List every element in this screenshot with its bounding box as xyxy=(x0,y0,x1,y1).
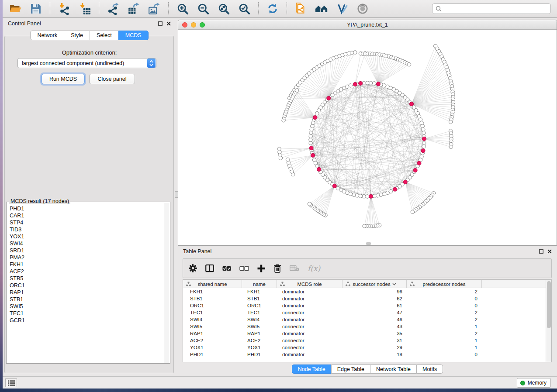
mcds-node[interactable] xyxy=(311,153,315,157)
split-panel-columns-icon[interactable] xyxy=(205,264,214,272)
tab-edge-table[interactable]: Edge Table xyxy=(331,364,370,374)
mcds-node[interactable] xyxy=(317,167,321,171)
network-leaf-node[interactable] xyxy=(449,145,453,149)
column-header-name[interactable]: name xyxy=(242,280,277,288)
network-node[interactable] xyxy=(309,131,313,134)
mcds-node[interactable] xyxy=(327,96,331,100)
network-node[interactable] xyxy=(376,194,379,197)
close-panel-button[interactable]: Close panel xyxy=(89,74,135,84)
mcds-result-item[interactable]: GCR1 xyxy=(10,317,164,324)
table-row[interactable]: ORC1ORC1dominator610 xyxy=(183,302,551,309)
table-row[interactable]: TEC1TEC1connector472 xyxy=(183,309,551,316)
network-leaf-node[interactable] xyxy=(286,158,289,161)
network-node[interactable] xyxy=(422,127,425,131)
table-row[interactable]: SWI4SWI4dominator462 xyxy=(183,316,551,323)
table-settings-icon[interactable] xyxy=(189,264,197,272)
network-node[interactable] xyxy=(312,158,316,162)
tab-network-table[interactable]: Network Table xyxy=(370,364,417,374)
mcds-result-item[interactable]: STB5 xyxy=(10,275,164,282)
mcds-node[interactable] xyxy=(332,184,336,188)
mcds-node[interactable] xyxy=(422,137,426,141)
table-row[interactable]: FKH1FKH1dominator962 xyxy=(183,288,551,295)
mcds-result-item[interactable]: CAR1 xyxy=(10,212,164,219)
import-network-icon[interactable] xyxy=(58,2,71,15)
mcds-result-item[interactable]: SWI4 xyxy=(10,240,164,247)
network-node[interactable] xyxy=(379,193,383,196)
tab-node-table[interactable]: Node Table xyxy=(292,364,332,374)
network-leaf-node[interactable] xyxy=(363,224,366,228)
deselect-all-icon[interactable] xyxy=(239,266,249,271)
window-minimize-button[interactable] xyxy=(191,22,196,28)
mcds-result-item[interactable]: SRD1 xyxy=(10,247,164,254)
annotation-mode-icon[interactable] xyxy=(336,2,349,15)
network-node[interactable] xyxy=(366,81,369,85)
network-node[interactable] xyxy=(309,134,312,138)
mcds-result-item[interactable]: RAP1 xyxy=(10,289,164,296)
mcds-node[interactable] xyxy=(313,116,317,120)
close-panel-icon[interactable] xyxy=(166,21,171,26)
window-zoom-button[interactable] xyxy=(200,22,205,28)
first-neighbors-icon[interactable] xyxy=(315,2,328,15)
save-session-icon[interactable] xyxy=(29,2,42,15)
tab-style[interactable]: Style xyxy=(64,31,90,40)
mcds-node[interactable] xyxy=(413,168,417,172)
column-header-successor-nodes[interactable]: successor nodes xyxy=(343,280,407,288)
network-leaf-node[interactable] xyxy=(353,51,357,54)
tab-network[interactable]: Network xyxy=(30,31,64,40)
optimization-criterion-select[interactable]: largest connected component (undirected) xyxy=(17,58,156,68)
column-header-shared-name[interactable]: shared name xyxy=(183,280,242,288)
mcds-node[interactable] xyxy=(369,194,373,198)
run-mcds-button[interactable]: Run MCDS xyxy=(42,74,85,84)
network-node[interactable] xyxy=(336,186,340,190)
mcds-node[interactable] xyxy=(421,149,425,153)
mcds-result-item[interactable]: PMA2 xyxy=(10,254,164,261)
table-row[interactable]: PHD1PHD1dominator180 xyxy=(183,351,551,358)
table-row[interactable]: STB1STB1dominator620 xyxy=(183,295,551,302)
horizontal-splitter-handle[interactable] xyxy=(366,242,371,245)
network-leaf-node[interactable] xyxy=(295,89,298,92)
mcds-result-item[interactable]: ORC1 xyxy=(10,282,164,289)
network-node[interactable] xyxy=(422,131,426,134)
export-image-icon[interactable] xyxy=(148,2,161,15)
zoom-out-icon[interactable] xyxy=(197,2,210,15)
network-canvas[interactable] xyxy=(178,30,557,245)
table-row[interactable]: RAP1RAP1dominator352 xyxy=(183,330,551,337)
network-node[interactable] xyxy=(309,141,312,145)
float-panel-icon[interactable] xyxy=(158,21,163,26)
search-input[interactable] xyxy=(444,6,547,12)
table-scrollbar[interactable] xyxy=(546,280,551,362)
network-node[interactable] xyxy=(369,81,373,85)
show-hide-eye-icon[interactable] xyxy=(356,2,369,15)
mcds-node[interactable] xyxy=(309,146,313,150)
mcds-node[interactable] xyxy=(376,82,380,86)
refresh-icon[interactable] xyxy=(266,2,279,15)
network-node[interactable] xyxy=(422,141,426,145)
mcds-result-item[interactable]: PHD1 xyxy=(10,205,164,212)
network-window-titlebar[interactable]: YPA_prune.txt_1 xyxy=(178,20,557,30)
add-column-icon[interactable] xyxy=(257,265,265,272)
zoom-fit-content-icon[interactable] xyxy=(217,2,230,15)
column-header-MCDS-role[interactable]: MCDS role xyxy=(277,280,343,288)
close-panel-icon[interactable] xyxy=(547,249,552,254)
network-node[interactable] xyxy=(362,195,366,198)
network-node[interactable] xyxy=(310,127,313,131)
network-node[interactable] xyxy=(355,194,359,197)
export-network-icon[interactable] xyxy=(107,2,120,15)
network-node[interactable] xyxy=(349,84,352,87)
select-all-icon[interactable] xyxy=(222,266,231,271)
network-leaf-node[interactable] xyxy=(449,120,453,124)
new-network-from-selection-icon[interactable] xyxy=(294,2,308,15)
column-header-predecessor-nodes[interactable]: predecessor nodes xyxy=(407,280,482,288)
zoom-selected-icon[interactable] xyxy=(238,2,251,15)
mcds-node[interactable] xyxy=(403,180,407,184)
mcds-node[interactable] xyxy=(409,102,413,106)
memory-button[interactable]: Memory xyxy=(517,378,551,388)
network-node[interactable] xyxy=(421,124,424,128)
tab-select[interactable]: Select xyxy=(90,31,119,40)
mcds-node[interactable] xyxy=(359,81,363,85)
network-node[interactable] xyxy=(362,81,366,85)
tab-motifs[interactable]: Motifs xyxy=(416,364,443,374)
mcds-result-item[interactable]: SWI5 xyxy=(10,303,164,310)
mcds-node[interactable] xyxy=(353,82,357,86)
network-leaf-node[interactable] xyxy=(277,147,281,151)
